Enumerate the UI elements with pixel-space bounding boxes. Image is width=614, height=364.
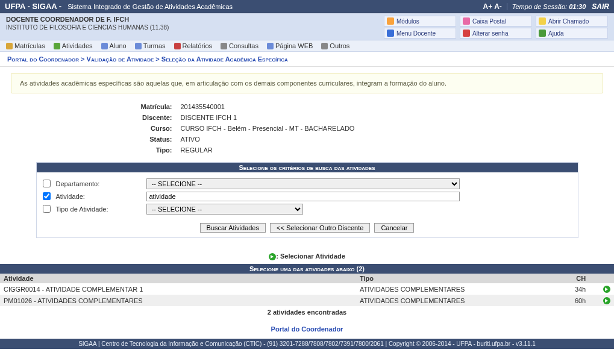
table-row: PM01026 - ATIVIDADES COMPLEMENTARESATIVI… bbox=[0, 295, 614, 306]
breadcrumb: Portal do Coordenador > Validação de Ati… bbox=[0, 52, 614, 67]
userbar: DOCENTE COORDENADOR DE F. IFCH INSTITUTO… bbox=[0, 13, 614, 40]
session-label: Tempo de Sessão: bbox=[512, 3, 567, 10]
atividade-checkbox[interactable] bbox=[43, 192, 51, 200]
teacher-icon bbox=[387, 30, 394, 37]
menu-consultas[interactable]: Consultas bbox=[221, 42, 258, 49]
curso-value: CURSO IFCH - Belém - Presencial - MT - B… bbox=[177, 124, 577, 133]
tipoatividade-label: Tipo de Atividade: bbox=[56, 206, 146, 213]
menu-relatorios[interactable]: Relatórios bbox=[174, 42, 213, 49]
menu-atividades[interactable]: Atividades bbox=[54, 42, 93, 49]
turmas-icon bbox=[135, 43, 142, 49]
row-tipo: ATIVIDADES COMPLEMENTARES bbox=[356, 283, 553, 295]
topbar: UFPA - SIGAA - Sistema Integrado de Gest… bbox=[0, 0, 614, 13]
breadcrumb-c: Seleção da Atividade Acadêmica Específic… bbox=[161, 55, 288, 63]
results-table: Atividade Tipo CH CIGGR0014 - ATIVIDADE … bbox=[0, 274, 614, 306]
ticket-icon bbox=[539, 17, 546, 25]
relatorios-icon bbox=[174, 43, 181, 49]
outros-icon bbox=[321, 43, 328, 49]
logout-button[interactable]: SAIR bbox=[592, 2, 609, 11]
aluno-icon bbox=[101, 43, 108, 49]
tipo-value: REGULAR bbox=[177, 145, 577, 155]
consultas-icon bbox=[221, 43, 227, 49]
atividade-input[interactable] bbox=[146, 192, 460, 201]
breadcrumb-b[interactable]: Validação de Atividade bbox=[87, 55, 154, 63]
departamento-select[interactable]: -- SELECIONE -- bbox=[146, 178, 460, 189]
matricula-value: 201435540001 bbox=[177, 102, 577, 111]
status-value: ATIVO bbox=[177, 134, 577, 144]
row-ch: 60h bbox=[553, 295, 589, 306]
back-portal-link[interactable]: Portal do Coordenador bbox=[271, 325, 343, 333]
departamento-label: Departamento: bbox=[56, 180, 146, 187]
row-atividade: CIGGR0014 - ATIVIDADE COMPLEMENTAR 1 bbox=[0, 283, 356, 295]
user-department: INSTITUTO DE FILOSOFIA E CIENCIAS HUMANA… bbox=[6, 24, 384, 31]
outro-discente-button[interactable]: << Selecionar Outro Discente bbox=[270, 223, 370, 233]
session-time: 01:30 bbox=[569, 3, 586, 10]
menu-turmas[interactable]: Turmas bbox=[135, 42, 166, 49]
departamento-checkbox[interactable] bbox=[43, 180, 51, 187]
table-row: CIGGR0014 - ATIVIDADE COMPLEMENTAR 1ATIV… bbox=[0, 283, 614, 295]
open-ticket-link[interactable]: Abrir Chamado bbox=[536, 16, 608, 27]
modules-link[interactable]: Módulos bbox=[384, 16, 456, 27]
mail-icon bbox=[463, 17, 470, 25]
tipoatividade-checkbox[interactable] bbox=[43, 205, 51, 213]
cancel-button[interactable]: Cancelar bbox=[374, 223, 414, 233]
select-row-icon[interactable] bbox=[603, 297, 610, 304]
results-panel: Selecione uma das atividades abaixo (2) … bbox=[0, 264, 614, 318]
password-icon bbox=[463, 30, 470, 37]
modules-icon bbox=[387, 17, 394, 25]
buscar-button[interactable]: Buscar Atividades bbox=[200, 223, 266, 233]
col-tipo: Tipo bbox=[356, 274, 553, 283]
row-tipo: ATIVIDADES COMPLEMENTARES bbox=[356, 295, 553, 306]
atividade-label: Atividade: bbox=[56, 193, 146, 200]
help-link[interactable]: Ajuda bbox=[536, 28, 608, 39]
filter-panel: Selecione os critérios de busca das ativ… bbox=[36, 162, 578, 238]
app-long: Sistema Integrado de Gestão de Atividade… bbox=[67, 3, 233, 10]
row-atividade: PM01026 - ATIVIDADES COMPLEMENTARES bbox=[0, 295, 356, 306]
footer: SIGAA | Centro de Tecnologia da Informaç… bbox=[0, 339, 614, 349]
results-panel-title: Selecione uma das atividades abaixo (2) bbox=[0, 264, 614, 274]
menu-matriculas[interactable]: Matrículas bbox=[6, 42, 45, 49]
filter-panel-title: Selecione os critérios de busca das ativ… bbox=[37, 163, 578, 172]
breadcrumb-a[interactable]: Portal do Coordenador bbox=[7, 55, 79, 63]
col-atividade: Atividade bbox=[0, 274, 356, 283]
discente-value: DISCENTE IFCH 1 bbox=[177, 113, 577, 122]
font-increase-button[interactable]: A+ bbox=[483, 2, 493, 11]
tipoatividade-select[interactable]: -- SELECIONE -- bbox=[146, 204, 303, 215]
select-row-icon[interactable] bbox=[603, 286, 610, 293]
menu-aluno[interactable]: Aluno bbox=[101, 42, 127, 49]
user-role: DOCENTE COORDENADOR DE F. IFCH bbox=[6, 16, 384, 23]
menu-pagina-web[interactable]: Página WEB bbox=[267, 42, 313, 49]
menubar: Matrículas Atividades Aluno Turmas Relat… bbox=[0, 40, 614, 52]
teacher-menu-link[interactable]: Menu Docente bbox=[384, 28, 456, 39]
student-details: Matrícula:201435540001 Discente:DISCENTE… bbox=[36, 101, 578, 156]
matriculas-icon bbox=[6, 43, 13, 49]
app-short: UFPA - SIGAA - bbox=[5, 2, 61, 11]
menu-outros[interactable]: Outros bbox=[321, 42, 349, 49]
font-decrease-button[interactable]: A- bbox=[494, 2, 502, 11]
change-password-link[interactable]: Alterar senha bbox=[460, 28, 532, 39]
row-ch: 34h bbox=[553, 283, 589, 295]
col-ch: CH bbox=[553, 274, 589, 283]
atividades-icon bbox=[54, 43, 60, 49]
legend: : Selecionar Atividade bbox=[0, 253, 614, 260]
select-activity-icon bbox=[269, 253, 276, 260]
info-box: As atividades acadêmicas específicas são… bbox=[11, 73, 603, 93]
help-icon bbox=[539, 30, 546, 37]
web-icon bbox=[267, 43, 274, 49]
mailbox-link[interactable]: Caixa Postal bbox=[460, 16, 532, 27]
results-count: 2 atividades encontradas bbox=[0, 306, 614, 318]
